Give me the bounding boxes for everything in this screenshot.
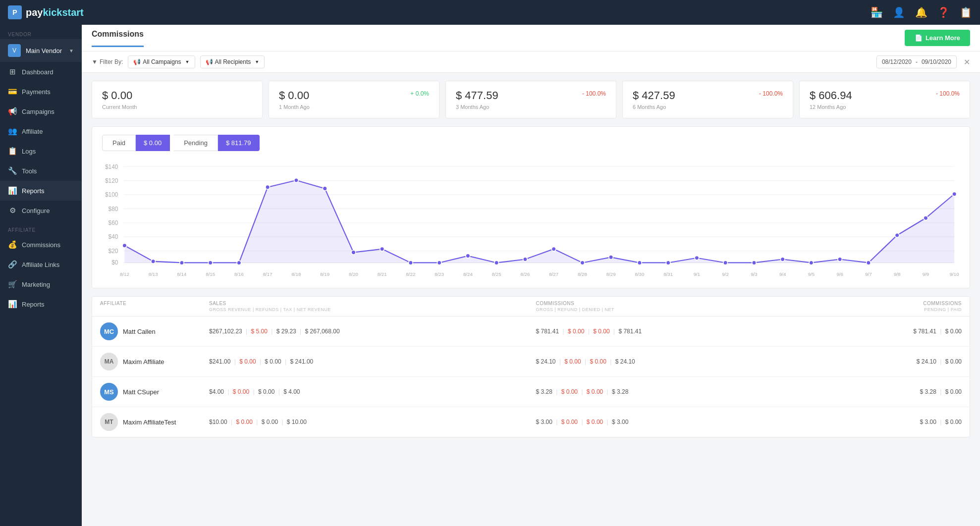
sidebar-item-commissions[interactable]: 💰 Commissions bbox=[0, 235, 82, 255]
date-range-picker[interactable]: 08/12/2020 - 09/10/2020 bbox=[876, 55, 957, 68]
campaigns-icon: 📢 bbox=[8, 107, 17, 116]
svg-text:9/1: 9/1 bbox=[694, 271, 701, 277]
vendor-section-label: VENDOR bbox=[0, 25, 82, 39]
clipboard-icon[interactable]: 📋 bbox=[960, 6, 972, 18]
sales-values: $4.00 | $ 0.00 | $ 0.00 | $ 4.00 bbox=[209, 388, 536, 395]
sales-values: $267,102.23 | $ 5.00 | $ 29.23 | $ 267,0… bbox=[209, 328, 536, 335]
sales-values: $241.00 | $ 0.00 | $ 0.00 | $ 241.00 bbox=[209, 358, 536, 365]
svg-point-37 bbox=[723, 261, 728, 265]
svg-text:8/26: 8/26 bbox=[520, 271, 530, 277]
avatar: MA bbox=[100, 353, 118, 370]
svg-text:9/9: 9/9 bbox=[923, 271, 929, 277]
table-header: AFFILIATE SALES GROSS REVENUE | REFUNDS … bbox=[92, 297, 970, 316]
svg-point-39 bbox=[780, 257, 785, 262]
svg-text:8/15: 8/15 bbox=[206, 271, 215, 277]
stat-label-current: Current Month bbox=[102, 104, 252, 110]
sidebar-item-label: Tools bbox=[22, 167, 37, 175]
stat-card-current: $ 0.00 Current Month bbox=[92, 81, 263, 118]
col-sales: SALES GROSS REVENUE | REFUNDS | TAX | NE… bbox=[209, 301, 536, 312]
sidebar-item-dashboard[interactable]: ⊞ Dashboard bbox=[0, 62, 82, 82]
svg-point-18 bbox=[180, 261, 184, 265]
affiliate-cell: MT Maxim AffiliateTest bbox=[100, 413, 209, 431]
stat-amount-3mo: $ 477.59 bbox=[456, 89, 498, 102]
payments-icon: 💳 bbox=[8, 87, 17, 96]
vendor-name: Main Vendor bbox=[26, 47, 62, 54]
date-end: 09/10/2020 bbox=[922, 58, 951, 65]
affiliate-name: Maxim Affiliate bbox=[123, 358, 164, 366]
chart-section: Paid $ 0.00 Pending $ 811.79 $14 bbox=[92, 126, 970, 288]
sidebar-item-aff-reports[interactable]: 📊 Reports bbox=[0, 294, 82, 314]
campaigns-filter[interactable]: 📢 All Campaigns ▼ bbox=[128, 55, 195, 68]
content-area: Commissions 📄 Learn More ▼ Filter By: 📢 … bbox=[82, 25, 980, 526]
top-icons: 🏪 👤 🔔 ❓ 📋 bbox=[871, 6, 972, 18]
affiliate-cell: MC Matt Callen bbox=[100, 322, 209, 340]
content-scroll: $ 0.00 Current Month $ 0.00 1 Month Ago … bbox=[82, 73, 980, 526]
svg-text:9/6: 9/6 bbox=[836, 271, 843, 277]
affiliate-name: Matt Callen bbox=[123, 328, 156, 335]
stat-change-12mo: - 100.0% bbox=[936, 90, 960, 97]
avatar: MT bbox=[100, 413, 118, 431]
sidebar-item-reports[interactable]: 📊 Reports bbox=[0, 181, 82, 201]
svg-point-24 bbox=[351, 250, 356, 255]
svg-point-29 bbox=[494, 261, 499, 265]
stat-card-1mo: $ 0.00 1 Month Ago + 0.0% bbox=[269, 81, 439, 118]
svg-text:9/5: 9/5 bbox=[808, 271, 815, 277]
svg-point-23 bbox=[323, 186, 327, 191]
affiliate-table: AFFILIATE SALES GROSS REVENUE | REFUNDS … bbox=[92, 296, 970, 437]
svg-text:$140: $140 bbox=[105, 163, 118, 170]
svg-text:9/2: 9/2 bbox=[722, 271, 729, 277]
svg-text:8/25: 8/25 bbox=[492, 271, 501, 277]
learn-more-icon: 📄 bbox=[915, 34, 923, 42]
svg-text:8/24: 8/24 bbox=[463, 271, 473, 277]
logo-icon: P bbox=[8, 5, 22, 19]
svg-text:8/14: 8/14 bbox=[177, 271, 186, 277]
logo[interactable]: P paykickstart bbox=[8, 5, 84, 19]
svg-point-25 bbox=[380, 247, 384, 251]
sidebar-item-label: Logs bbox=[22, 148, 36, 155]
svg-text:$40: $40 bbox=[109, 233, 118, 240]
reports-icon: 📊 bbox=[8, 186, 17, 195]
table-row: MC Matt Callen $267,102.23 | $ 5.00 | $ … bbox=[92, 316, 970, 347]
vendor-selector[interactable]: V Main Vendor ▼ bbox=[0, 39, 82, 62]
top-navigation: P paykickstart 🏪 👤 🔔 ❓ 📋 bbox=[0, 0, 980, 25]
learn-more-button[interactable]: 📄 Learn More bbox=[905, 30, 970, 46]
help-icon[interactable]: ❓ bbox=[937, 6, 950, 18]
sidebar-item-affiliate-links[interactable]: 🔗 Affiliate Links bbox=[0, 255, 82, 274]
sidebar-item-logs[interactable]: 📋 Logs bbox=[0, 141, 82, 161]
sidebar-item-tools[interactable]: 🔧 Tools bbox=[0, 161, 82, 181]
stat-label-3mo: 3 Months Ago bbox=[456, 104, 498, 110]
sidebar-item-label: Campaigns bbox=[22, 108, 54, 115]
paid-tab[interactable]: Paid bbox=[102, 135, 136, 151]
pending-amount-tab[interactable]: $ 811.79 bbox=[218, 135, 260, 151]
svg-text:8/29: 8/29 bbox=[606, 271, 616, 277]
svg-point-36 bbox=[695, 256, 699, 260]
sales-values: $10.00 | $ 0.00 | $ 0.00 | $ 10.00 bbox=[209, 419, 536, 425]
sidebar-item-label: Affiliate bbox=[22, 128, 43, 135]
user-icon[interactable]: 👤 bbox=[893, 6, 905, 18]
stat-amount-1mo: $ 0.00 bbox=[279, 89, 310, 102]
paid-amount-tab[interactable]: $ 0.00 bbox=[136, 135, 170, 151]
bell-icon[interactable]: 🔔 bbox=[915, 6, 927, 18]
content-topbar: Commissions 📄 Learn More bbox=[82, 25, 980, 52]
logo-text: paykickstart bbox=[26, 7, 84, 18]
svg-point-31 bbox=[551, 247, 556, 251]
svg-text:$80: $80 bbox=[109, 206, 118, 212]
pending-tab[interactable]: Pending bbox=[174, 135, 218, 151]
sidebar-item-campaigns[interactable]: 📢 Campaigns bbox=[0, 102, 82, 121]
sidebar-item-payments[interactable]: 💳 Payments bbox=[0, 82, 82, 102]
svg-point-21 bbox=[266, 185, 270, 190]
dropdown-icon: ▼ bbox=[185, 59, 190, 64]
logs-icon: 📋 bbox=[8, 147, 17, 156]
sidebar-item-configure[interactable]: ⚙ Configure bbox=[0, 201, 82, 220]
svg-point-27 bbox=[437, 261, 441, 265]
recipients-filter[interactable]: 📢 All Recipients ▼ bbox=[200, 55, 265, 68]
sidebar-item-affiliate[interactable]: 👥 Affiliate bbox=[0, 121, 82, 141]
affiliate-icon: 👥 bbox=[8, 127, 17, 136]
filter-clear-button[interactable]: ✕ bbox=[964, 57, 970, 67]
stat-change-1mo: + 0.0% bbox=[410, 90, 429, 97]
svg-text:$0: $0 bbox=[111, 259, 118, 266]
store-icon[interactable]: 🏪 bbox=[871, 6, 883, 18]
affiliate-cell: MS Matt CSuper bbox=[100, 383, 209, 401]
svg-text:8/13: 8/13 bbox=[149, 271, 158, 277]
sidebar-item-marketing[interactable]: 🛒 Marketing bbox=[0, 274, 82, 294]
